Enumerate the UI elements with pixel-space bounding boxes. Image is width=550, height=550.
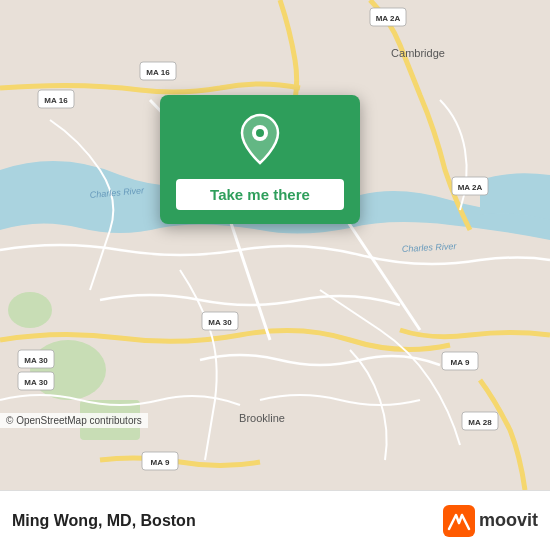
svg-point-29 [256,129,264,137]
moovit-label: moovit [479,510,538,531]
place-name-text: Ming Wong, MD [12,512,132,529]
map-view: MA 2A Cambridge MA 16 MA 16 MA 2A Charle… [0,0,550,490]
map-attribution: © OpenStreetMap contributors [0,413,148,428]
svg-text:MA 2A: MA 2A [458,183,483,192]
svg-text:MA 9: MA 9 [151,458,170,467]
svg-text:MA 30: MA 30 [208,318,232,327]
svg-point-2 [8,292,52,328]
svg-point-1 [30,340,106,400]
svg-text:MA 30: MA 30 [24,378,48,387]
bottom-bar: Ming Wong, MD, Boston moovit [0,490,550,550]
location-pin-icon [238,113,282,165]
svg-text:MA 9: MA 9 [451,358,470,367]
location-card[interactable]: Take me there [160,95,360,224]
svg-text:Brookline: Brookline [239,412,285,424]
moovit-brand-icon [443,505,475,537]
place-name: Ming Wong, MD, Boston [12,512,443,530]
svg-text:Cambridge: Cambridge [391,47,445,59]
svg-text:MA 16: MA 16 [44,96,68,105]
moovit-logo: moovit [443,505,538,537]
svg-text:MA 28: MA 28 [468,418,492,427]
svg-text:MA 30: MA 30 [24,356,48,365]
svg-text:MA 16: MA 16 [146,68,170,77]
take-me-there-button[interactable]: Take me there [176,179,344,210]
place-city-text: Boston [141,512,196,529]
svg-text:MA 2A: MA 2A [376,14,401,23]
